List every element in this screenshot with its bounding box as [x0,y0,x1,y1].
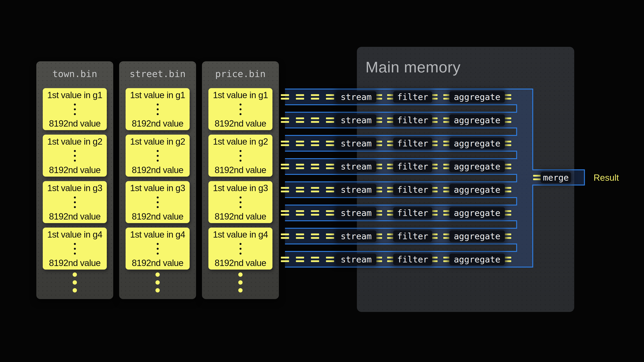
pipeline-lane: streamfilteraggregate [0,182,644,198]
stage-aggregate: aggregate [449,230,505,242]
stage-filter: filter [393,138,432,149]
data-chunk-icon [296,94,304,100]
data-chunk-icon [311,187,319,192]
stage-stream: stream [336,254,376,265]
stage-aggregate: aggregate [449,138,505,149]
data-chunk-icon [311,141,319,146]
stage-stream: stream [336,230,376,242]
data-chunk-icon [296,117,304,123]
stage-merge: merge [540,172,571,183]
stage-stream: stream [336,161,376,172]
pipeline-lane: streamfilteraggregate [0,135,644,151]
data-chunk-icon [326,141,334,146]
stage-aggregate: aggregate [449,91,505,103]
data-chunk-icon [281,141,289,146]
data-chunk-icon [533,175,541,180]
stage-filter: filter [393,114,432,126]
data-chunk-icon [326,117,334,123]
data-chunk-icon [311,210,319,216]
pipeline-lane: streamfilteraggregate [0,112,644,128]
data-chunk-icon [281,187,289,192]
stage-filter: filter [393,230,432,242]
data-chunk-icon [281,94,289,100]
data-chunk-icon [311,117,319,123]
data-chunk-icon [311,94,319,100]
data-chunk-icon [281,210,289,216]
stage-filter: filter [393,91,432,103]
stage-filter: filter [393,184,432,195]
stage-filter: filter [393,254,432,265]
data-chunk-icon [281,117,289,123]
data-chunk-icon [296,257,304,262]
stage-stream: stream [336,138,376,149]
result-label: Result [594,173,619,183]
data-chunk-icon [326,164,334,169]
pipeline-lane: streamfilteraggregate [0,252,644,267]
pipeline-lane: streamfilteraggregate [0,228,644,244]
data-chunk-icon [296,187,304,192]
stage-stream: stream [336,91,376,103]
data-chunk-icon [311,234,319,239]
pipeline-lane: streamfilteraggregate [0,205,644,221]
stage-filter: filter [393,161,432,172]
data-chunk-icon [311,164,319,169]
stage-aggregate: aggregate [449,184,505,195]
stage-aggregate: aggregate [449,114,505,126]
data-chunk-icon [281,257,289,262]
data-chunk-icon [296,234,304,239]
stage-aggregate: aggregate [449,161,505,172]
data-chunk-icon [326,94,334,100]
diagram-canvas: Main memory town.bin1st value in g18192n… [0,0,644,362]
stage-stream: stream [336,207,376,219]
data-chunk-icon [296,210,304,216]
data-chunk-icon [296,141,304,146]
stage-stream: stream [336,114,376,126]
data-chunk-icon [326,234,334,239]
data-chunk-icon [281,164,289,169]
data-chunk-icon [326,257,334,262]
data-chunk-icon [296,164,304,169]
stage-stream: stream [336,184,376,195]
pipeline-lane: streamfilteraggregate [0,89,644,105]
stage-filter: filter [393,207,432,219]
data-chunk-icon [311,257,319,262]
stage-aggregate: aggregate [449,254,505,265]
data-chunk-icon [326,210,334,216]
stage-aggregate: aggregate [449,207,505,219]
data-chunk-icon [281,234,289,239]
data-chunk-icon [326,187,334,192]
